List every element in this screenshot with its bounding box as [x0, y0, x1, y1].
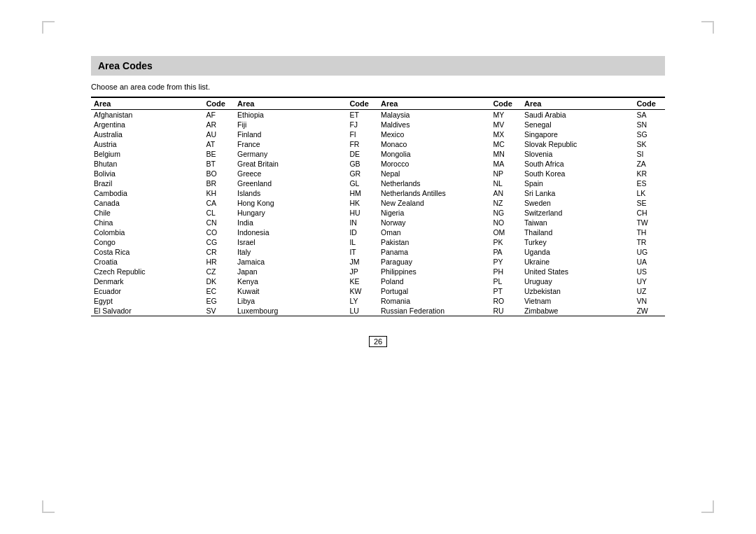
- col1-code-cell: CA: [203, 198, 234, 208]
- table-header-row: Area Code Area Code Area Code Area Code: [91, 97, 665, 110]
- col1-code-cell: SV: [203, 306, 234, 316]
- col2-area-header: Area: [234, 97, 346, 110]
- col2-area-cell: Kenya: [234, 276, 346, 286]
- col3-code-header: Code: [490, 97, 522, 110]
- col3-code-cell: NO: [490, 218, 522, 227]
- table-row: DenmarkDKKenyaKEPolandPLUruguayUY: [91, 276, 665, 286]
- col1-code-cell: BT: [203, 159, 234, 169]
- col4-area-header: Area: [522, 97, 634, 110]
- col3-area-cell: Panama: [378, 247, 490, 257]
- col1-code-cell: AR: [203, 120, 234, 129]
- col3-area-cell: Pakistan: [378, 237, 490, 247]
- corner-mark-tr: [701, 21, 714, 34]
- col1-area-header: Area: [91, 97, 203, 110]
- col3-code-cell: PH: [490, 267, 522, 276]
- col4-area-cell: Thailand: [522, 227, 634, 237]
- col4-area-cell: Saudi Arabia: [522, 110, 634, 120]
- col2-code-cell: FI: [346, 129, 378, 139]
- corner-mark-tl: [42, 21, 55, 34]
- col2-code-cell: IL: [346, 237, 378, 247]
- col2-area-cell: Japan: [234, 267, 346, 276]
- col2-area-cell: Israel: [234, 237, 346, 247]
- col1-area-cell: Cambodia: [91, 188, 203, 198]
- col3-area-cell: Norway: [378, 218, 490, 227]
- table-row: ChileCLHungaryHUNigeriaNGSwitzerlandCH: [91, 208, 665, 218]
- table-row: CanadaCAHong KongHKNew ZealandNZSwedenSE: [91, 198, 665, 208]
- col3-code-cell: NL: [490, 178, 522, 188]
- col4-area-cell: South Korea: [522, 169, 634, 178]
- col2-code-cell: HM: [346, 188, 378, 198]
- col1-code-cell: KH: [203, 188, 234, 198]
- col1-code-cell: AF: [203, 110, 234, 120]
- col1-area-cell: Argentina: [91, 120, 203, 129]
- col2-area-cell: Great Britain: [234, 159, 346, 169]
- col2-area-cell: Ethiopia: [234, 110, 346, 120]
- title-bar: Area Codes: [91, 56, 665, 76]
- col2-code-header: Code: [346, 97, 378, 110]
- col2-code-cell: LY: [346, 296, 378, 306]
- col1-code-cell: AT: [203, 139, 234, 149]
- col4-area-cell: Slovak Republic: [522, 139, 634, 149]
- col4-area-cell: Switzerland: [522, 208, 634, 218]
- col2-code-cell: JM: [346, 257, 378, 267]
- col1-code-cell: CO: [203, 227, 234, 237]
- col4-area-cell: United States: [522, 267, 634, 276]
- col3-code-cell: NG: [490, 208, 522, 218]
- col4-area-cell: Sri Lanka: [522, 188, 634, 198]
- col1-area-cell: Czech Republic: [91, 267, 203, 276]
- col2-area-cell: France: [234, 139, 346, 149]
- table-row: Czech RepublicCZJapanJPPhilippinesPHUnit…: [91, 267, 665, 276]
- col3-code-cell: MV: [490, 120, 522, 129]
- col4-code-cell: UA: [634, 257, 665, 267]
- col1-code-cell: CZ: [203, 267, 234, 276]
- table-row: BoliviaBOGreeceGRNepalNPSouth KoreaKR: [91, 169, 665, 178]
- col2-area-cell: Finland: [234, 129, 346, 139]
- page-number: 26: [369, 336, 387, 347]
- col4-code-cell: ZW: [634, 306, 665, 316]
- col4-code-cell: US: [634, 267, 665, 276]
- col2-code-cell: ID: [346, 227, 378, 237]
- col1-area-cell: Canada: [91, 198, 203, 208]
- col3-code-cell: PA: [490, 247, 522, 257]
- col4-code-cell: SE: [634, 198, 665, 208]
- col4-area-cell: South Africa: [522, 159, 634, 169]
- col3-code-cell: MA: [490, 159, 522, 169]
- col3-area-cell: Philippines: [378, 267, 490, 276]
- col4-code-cell: SI: [634, 149, 665, 159]
- corner-mark-bl: [42, 500, 55, 513]
- col4-code-cell: UZ: [634, 286, 665, 296]
- col1-code-cell: CN: [203, 218, 234, 227]
- col4-area-cell: Ukraine: [522, 257, 634, 267]
- col3-area-cell: Netherlands Antilles: [378, 188, 490, 198]
- col3-area-cell: Nigeria: [378, 208, 490, 218]
- col3-area-cell: Paraguay: [378, 257, 490, 267]
- table-row: BrazilBRGreenlandGLNetherlandsNLSpainES: [91, 178, 665, 188]
- table-row: ChinaCNIndiaINNorwayNOTaiwanTW: [91, 218, 665, 227]
- col1-code-cell: EC: [203, 286, 234, 296]
- col3-area-header: Area: [378, 97, 490, 110]
- col2-area-cell: Hong Kong: [234, 198, 346, 208]
- col1-code-cell: CR: [203, 247, 234, 257]
- col3-code-cell: MN: [490, 149, 522, 159]
- col2-area-cell: India: [234, 218, 346, 227]
- col3-area-cell: Portugal: [378, 286, 490, 296]
- col1-area-cell: Australia: [91, 129, 203, 139]
- col4-area-cell: Turkey: [522, 237, 634, 247]
- col1-area-cell: El Salvador: [91, 306, 203, 316]
- col3-code-cell: RU: [490, 306, 522, 316]
- col4-code-cell: ZA: [634, 159, 665, 169]
- col2-area-cell: Jamaica: [234, 257, 346, 267]
- table-row: BelgiumBEGermanyDEMongoliaMNSloveniaSI: [91, 149, 665, 159]
- col1-area-cell: Egypt: [91, 296, 203, 306]
- col3-code-cell: OM: [490, 227, 522, 237]
- col2-code-cell: IN: [346, 218, 378, 227]
- col2-area-cell: Hungary: [234, 208, 346, 218]
- col3-code-cell: NZ: [490, 198, 522, 208]
- col2-area-cell: Greenland: [234, 178, 346, 188]
- col1-area-cell: Bolivia: [91, 169, 203, 178]
- col2-code-cell: JP: [346, 267, 378, 276]
- col3-code-cell: PL: [490, 276, 522, 286]
- col3-area-cell: Morocco: [378, 159, 490, 169]
- page-title: Area Codes: [98, 60, 658, 71]
- col2-area-cell: Italy: [234, 247, 346, 257]
